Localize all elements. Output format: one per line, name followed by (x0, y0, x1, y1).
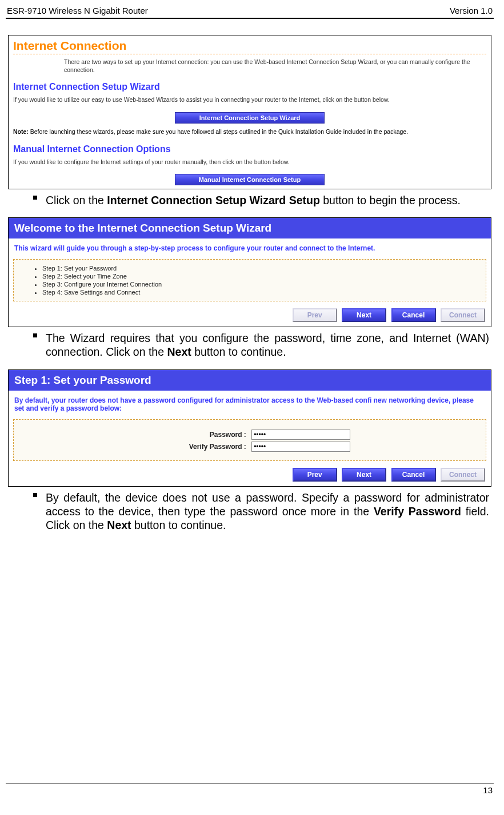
wizard-welcome-title: Welcome to the Internet Connection Setup… (9, 218, 491, 238)
divider-dashed (13, 54, 486, 54)
password-box: Password : Verify Password : (13, 419, 486, 461)
note-line: Note: Before launching these wizards, pl… (9, 127, 491, 141)
page-number: 13 (6, 785, 494, 795)
bullet-icon (33, 196, 37, 200)
cancel-button[interactable]: Cancel (391, 468, 436, 482)
password-label: Password : (149, 431, 246, 439)
step1-title: Step 1: Set your Password (9, 370, 491, 391)
bullet-icon (33, 493, 37, 497)
verify-password-label: Verify Password : (149, 443, 246, 451)
setup-wizard-body: If you would like to utilize our easy to… (9, 96, 491, 109)
prev-button[interactable]: Prev (293, 468, 337, 482)
wizard-steps-list: Step 1: Set your Password Step 2: Select… (24, 264, 475, 296)
screenshot-step1-password: Step 1: Set your Password By default, yo… (8, 369, 491, 487)
instruction-1: Click on the Internet Connection Setup W… (10, 194, 489, 208)
password-input[interactable] (251, 430, 350, 440)
wizard-welcome-subtext: This wizard will guide you through a ste… (9, 238, 491, 256)
header-rule (6, 18, 494, 19)
manual-options-heading: Manual Internet Connection Options (9, 141, 491, 158)
list-item: Step 4: Save Settings and Connect (42, 288, 475, 296)
instruction-3: By default, the device does not use a pa… (10, 491, 489, 532)
footer-rule (6, 784, 494, 784)
verify-password-input[interactable] (251, 442, 350, 452)
internet-connection-setup-wizard-button[interactable]: Internet Connection Setup Wizard (175, 112, 325, 124)
screenshot-internet-connection: Internet Connection There are two ways t… (8, 35, 491, 189)
instruction-2: The Wizard requires that you configure t… (10, 332, 489, 359)
next-button[interactable]: Next (342, 468, 386, 482)
list-item: Step 2: Select your Time Zone (42, 272, 475, 280)
step1-subtext: By default, your router does not have a … (9, 391, 491, 416)
list-item: Step 1: Set your Password (42, 264, 475, 272)
wizard-steps-box: Step 1: Set your Password Step 2: Select… (13, 259, 486, 301)
product-name: ESR-9710 Wireless N Gigabit Router (7, 6, 148, 15)
bullet-icon (33, 333, 37, 337)
setup-wizard-heading: Internet Connection Setup Wizard (9, 78, 491, 96)
manual-options-body: If you would like to configure the Inter… (9, 158, 491, 172)
list-item: Step 3: Configure your Internet Connecti… (42, 280, 475, 288)
doc-version: Version 1.0 (450, 6, 493, 15)
next-button[interactable]: Next (342, 308, 386, 322)
internet-connection-title: Internet Connection (9, 35, 491, 54)
connect-button[interactable]: Connect (441, 468, 485, 482)
manual-internet-connection-setup-button[interactable]: Manual Internet Connection Setup (175, 174, 325, 185)
screenshot-wizard-welcome: Welcome to the Internet Connection Setup… (8, 217, 491, 327)
cancel-button[interactable]: Cancel (391, 308, 436, 322)
intro-text: There are two ways to set up your Intern… (9, 57, 491, 78)
prev-button[interactable]: Prev (293, 308, 337, 322)
connect-button[interactable]: Connect (441, 308, 485, 322)
